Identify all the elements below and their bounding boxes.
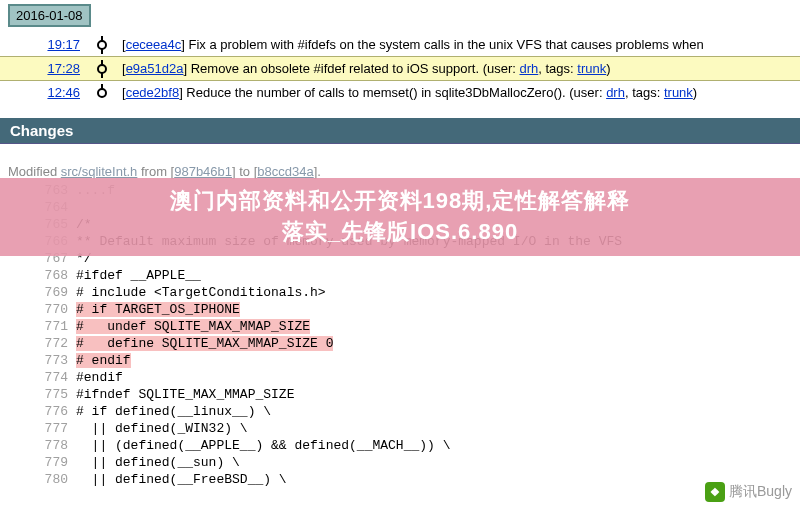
line-number: 775 — [38, 387, 76, 404]
time-link[interactable]: 17:28 — [0, 61, 90, 76]
line-number: 778 — [38, 438, 76, 455]
commit-hash-link[interactable]: e9a51d2a — [126, 61, 184, 76]
line-number: 770 — [38, 302, 76, 319]
time-link[interactable]: 19:17 — [0, 37, 90, 52]
wechat-icon: ❖ — [705, 482, 725, 489]
code-line: 778 || (defined(__APPLE__) && defined(__… — [38, 438, 800, 455]
line-number: 769 — [38, 285, 76, 302]
commit-hash-link[interactable]: ceceea4c — [126, 37, 182, 52]
code-line: 780 || defined(__FreeBSD__) \ — [38, 472, 800, 489]
code-line: 768#ifdef __APPLE__ — [38, 268, 800, 285]
code-line: 772# define SQLITE_MAX_MMAP_SIZE 0 — [38, 336, 800, 353]
code-line: 769# include <TargetConditionals.h> — [38, 285, 800, 302]
date-badge: 2016-01-08 — [8, 4, 91, 27]
commit-dot — [97, 64, 107, 74]
time-link[interactable]: 12:46 — [0, 85, 90, 100]
timeline-row: 19:17[ceceea4c] Fix a problem with #ifde… — [0, 33, 800, 56]
commit-dot — [97, 88, 107, 98]
graph-cell — [90, 40, 114, 50]
overlay-banner: 澳门内部资料和公开资料198期,定性解答解释 落实_先锋版IOS.6.890 — [0, 178, 800, 256]
section-header-changes: Changes — [0, 118, 800, 144]
timeline: 19:17[ceceea4c] Fix a problem with #ifde… — [0, 33, 800, 104]
watermark: ❖ 腾讯Bugly — [705, 482, 792, 489]
commit-message: [e9a51d2a] Remove an obsolete #ifdef rel… — [114, 61, 800, 76]
code-line: 779 || defined(__sun) \ — [38, 455, 800, 472]
commit-hash-link[interactable]: cede2bf8 — [126, 85, 180, 100]
hash-to-link[interactable]: b8ccd34a — [257, 164, 313, 179]
modified-line: Modified src/sqliteInt.h from [987b46b1]… — [8, 164, 800, 179]
user-link[interactable]: drh — [606, 85, 625, 100]
code-line: 776# if defined(__linux__) \ — [38, 404, 800, 421]
timeline-row: 17:28[e9a51d2a] Remove an obsolete #ifde… — [0, 56, 800, 81]
code-line: 774#endif — [38, 370, 800, 387]
line-number: 768 — [38, 268, 76, 285]
graph-cell — [90, 64, 114, 74]
tag-link[interactable]: trunk — [577, 61, 606, 76]
code-line: 775#ifndef SQLITE_MAX_MMAP_SIZE — [38, 387, 800, 404]
commit-message: [cede2bf8] Reduce the number of calls to… — [114, 85, 800, 100]
line-number: 773 — [38, 353, 76, 370]
line-number: 776 — [38, 404, 76, 421]
commit-dot — [97, 40, 107, 50]
line-number: 772 — [38, 336, 76, 353]
user-link[interactable]: drh — [519, 61, 538, 76]
code-line: 773# endif — [38, 353, 800, 370]
code-line: 777 || defined(_WIN32) \ — [38, 421, 800, 438]
line-number: 779 — [38, 455, 76, 472]
line-number: 774 — [38, 370, 76, 387]
code-line: 770# if TARGET_OS_IPHONE — [38, 302, 800, 319]
file-link[interactable]: src/sqliteInt.h — [61, 164, 138, 179]
line-number: 777 — [38, 421, 76, 438]
tag-link[interactable]: trunk — [664, 85, 693, 100]
commit-message: [ceceea4c] Fix a problem with #ifdefs on… — [114, 37, 800, 52]
line-number: 771 — [38, 319, 76, 336]
graph-cell — [90, 88, 114, 98]
line-number: 780 — [38, 472, 76, 489]
timeline-row: 12:46[cede2bf8] Reduce the number of cal… — [0, 81, 800, 104]
code-line: 771# undef SQLITE_MAX_MMAP_SIZE — [38, 319, 800, 336]
hash-from-link[interactable]: 987b46b1 — [174, 164, 232, 179]
